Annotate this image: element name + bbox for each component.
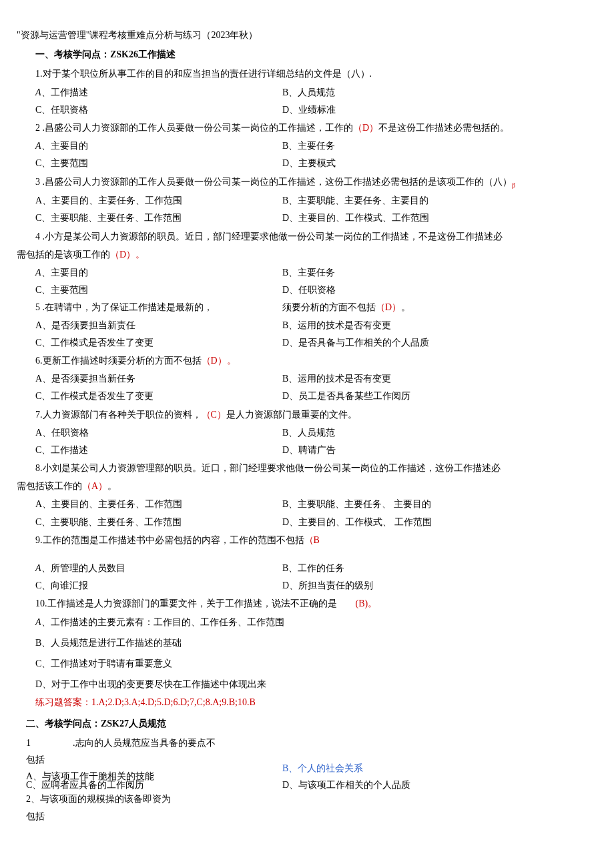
q7-stem: 7.人力资源部门有各种关于职位的资料，（C）是人力资源部门最重要的文件。 bbox=[35, 406, 597, 423]
q8-option-c: C、主要职能、主要任务、工作范围 bbox=[35, 514, 282, 530]
q7-options-row-2: C、工作描述 D、聘请广告 bbox=[35, 442, 597, 458]
q5-option-b: B、运用的技术是否有变更 bbox=[282, 317, 597, 334]
q8-option-a: A、主要目的、主要任务、工作范围 bbox=[35, 496, 282, 512]
q10-option-d: D、对于工作中出现的变更要尽快在工作描述中体现出来 bbox=[35, 676, 597, 693]
q4-option-d: D、任职资格 bbox=[282, 282, 597, 298]
q3-options-row-1: A、主要目的、主要任务、工作范围 B、主要职能、主要任务、主要目的 bbox=[35, 192, 597, 209]
q9-options-row-2: C、向谁汇报 D、所担当责任的级别 bbox=[35, 577, 597, 594]
q4-options-row-2: C、主要范围 D、任职资格 bbox=[35, 282, 597, 298]
s2q1-option-b: B、个人的社会关系 bbox=[282, 760, 363, 777]
q1-option-c: C、任职资格 bbox=[35, 101, 282, 118]
q1-options-row-2: C、任职资格 D、业绩标准 bbox=[35, 101, 597, 118]
q8-option-b: B、主要职能、主要任务、 主要目的 bbox=[282, 496, 597, 512]
q2-stem: 2 .昌盛公司人力资源部的工作人员要做一份公司某一岗位的工作描述，工作的（D）不… bbox=[35, 119, 597, 136]
q9-stem: 9.工作的范围是工作描述书中必需包括的内容，工作的范围不包括（B bbox=[35, 532, 597, 548]
q10-option-c: C、工作描述对于聘请有重要意义 bbox=[35, 655, 597, 672]
q5-options-row-2: C、工作模式是否发生了变更 D、是否具备与工作相关的个人品质 bbox=[35, 334, 597, 351]
q3-option-a: A、主要目的、主要任务、工作范围 bbox=[35, 192, 282, 209]
q2-options-row-2: C、主要范围 D、主要模式 bbox=[35, 155, 597, 171]
q1-options-row-1: A、工作描述 B、人员规范 bbox=[35, 84, 597, 101]
q10-option-a: A、工作描述的主要元素有：工作目的、工作任务、工作范围 bbox=[35, 614, 597, 630]
q6-option-c: C、工作模式是否发生了变更 bbox=[35, 388, 282, 404]
q6-stem: 6.更新工作描述时须要分析的方面不包括（D）。 bbox=[35, 352, 597, 369]
q5-options-row-1: A、是否须要担当新责任 B、运用的技术是否有变更 bbox=[35, 317, 597, 334]
q9-option-a: A、所管理的人员数目 bbox=[35, 560, 282, 576]
q3-option-c: C、主要职能、主要任务、工作范围 bbox=[35, 209, 282, 226]
q8-option-d: D、主要目的、工作模式、 工作范围 bbox=[282, 514, 597, 530]
q9-option-b: B、工作的任务 bbox=[282, 560, 597, 576]
s2q2-cont: 包括 bbox=[26, 808, 597, 825]
q5-stem-left: 5 .在聘请中，为了保证工作描述是最新的， bbox=[35, 299, 282, 316]
q7-option-d: D、聘请广告 bbox=[282, 442, 597, 458]
s2q1-number: 1 bbox=[26, 735, 73, 751]
q2-option-b: B、主要任务 bbox=[282, 137, 597, 154]
q1-option-a: A、工作描述 bbox=[35, 84, 282, 101]
q9-options-row-1: A、所管理的人员数目 B、工作的任务 bbox=[35, 560, 597, 576]
q4-option-c: C、主要范围 bbox=[35, 282, 282, 298]
q7-options-row-1: A、任职资格 B、人员规范 bbox=[35, 424, 597, 441]
q10-option-b: B、人员规范是进行工作描述的基础 bbox=[35, 634, 597, 651]
q5-option-a: A、是否须要担当新责任 bbox=[35, 317, 282, 334]
q6-option-d: D、员工是否具备某些工作阅历 bbox=[282, 388, 597, 404]
section-1-answers: 练习题答案：1.A;2.D;3.A;4.D;5.D;6.D;7,C;8.A;9.… bbox=[35, 694, 597, 711]
q2-options-row-1: A、主要目的 B、主要任务 bbox=[35, 137, 597, 154]
q4-option-b: B、主要任务 bbox=[282, 264, 597, 281]
q3-option-d: D、主要目的、工作模式、工作范围 bbox=[282, 209, 597, 226]
s2q1-option-d: D、与该项工作相关的个人品质 bbox=[282, 777, 410, 793]
page-title: "资源与运营管理"课程考核重难点分析与练习（2023年秋） bbox=[17, 27, 597, 43]
q2-option-a: A、主要目的 bbox=[35, 137, 282, 154]
q7-option-a: A、任职资格 bbox=[35, 424, 282, 441]
q4-stem-line-2: 需包括的是该项工作的（D）。 bbox=[17, 246, 597, 263]
s2q1-stem-row: 1 .志向的人员规范应当具备的要点不 bbox=[17, 735, 597, 751]
q9-option-d: D、所担当责任的级别 bbox=[282, 577, 597, 594]
q4-stem-line-1: 4 .小方是某公司人力资源部的职员。近日，部门经理要求他做一份公司某一岗位的工作… bbox=[35, 228, 597, 245]
q8-options-row-2: C、主要职能、主要任务、工作范围 D、主要目的、工作模式、 工作范围 bbox=[35, 514, 597, 530]
q8-stem-line-2: 需包括该工作的（A）。 bbox=[17, 478, 597, 494]
q6-option-a: A、是否须要担当新任务 bbox=[35, 370, 282, 387]
q1-option-d: D、业绩标准 bbox=[282, 101, 597, 118]
q1-option-b: B、人员规范 bbox=[282, 84, 597, 101]
section-2-header: 二、考核学问点：ZSK27人员规范 bbox=[26, 715, 597, 732]
q7-option-b: B、人员规范 bbox=[282, 424, 597, 441]
q3-options-row-2: C、主要职能、主要任务、工作范围 D、主要目的、工作模式、工作范围 bbox=[35, 209, 597, 226]
q8-options-row-1: A、主要目的、主要任务、工作范围 B、主要职能、主要任务、 主要目的 bbox=[35, 496, 597, 512]
q3-option-b: B、主要职能、主要任务、主要目的 bbox=[282, 192, 597, 209]
q3-stem: 3 .昌盛公司人力资源部的工作人员要做一份公司某一岗位的工作描述，这份工作描述必… bbox=[35, 173, 597, 191]
q1-stem: 1.对于某个职位所从事工作的目的和应当担当的责任进行详细总结的文件是（八）. bbox=[35, 65, 597, 82]
q4-option-a: A、主要目的 bbox=[35, 264, 282, 281]
q10-stem: 10.工作描述是人力资源部门的重要文件，关于工作描述，说法不正确的是 (B)。 bbox=[35, 595, 597, 612]
q5-stem-row: 5 .在聘请中，为了保证工作描述是最新的， 须要分析的方面不包括（D）。 bbox=[35, 299, 597, 316]
q2-option-c: C、主要范围 bbox=[35, 155, 282, 171]
q2-option-d: D、主要模式 bbox=[282, 155, 597, 171]
q5-option-c: C、工作模式是否发生了变更 bbox=[35, 334, 282, 351]
q9-option-c: C、向谁汇报 bbox=[35, 577, 282, 594]
q6-options-row-2: C、工作模式是否发生了变更 D、员工是否具备某些工作阅历 bbox=[35, 388, 597, 404]
q5-option-d: D、是否具备与工作相关的个人品质 bbox=[282, 334, 597, 351]
q6-options-row-1: A、是否须要担当新任务 B、运用的技术是否有变更 bbox=[35, 370, 597, 387]
q5-stem-right: 须要分析的方面不包括（D）。 bbox=[282, 299, 597, 316]
q7-option-c: C、工作描述 bbox=[35, 442, 282, 458]
q8-stem-line-1: 8.小刘是某公司人力资源管理部的职员。近口，部门经理要求他做一份公司某一岗位的工… bbox=[35, 460, 597, 476]
q6-option-b: B、运用的技术是否有变更 bbox=[282, 370, 597, 387]
s2q1-stem: .志向的人员规范应当具备的要点不 bbox=[73, 735, 216, 751]
section-1-header: 一、考核学问点：ZSK26工作描述 bbox=[35, 46, 597, 63]
q4-options-row-1: A、主要目的 B、主要任务 bbox=[35, 264, 597, 281]
